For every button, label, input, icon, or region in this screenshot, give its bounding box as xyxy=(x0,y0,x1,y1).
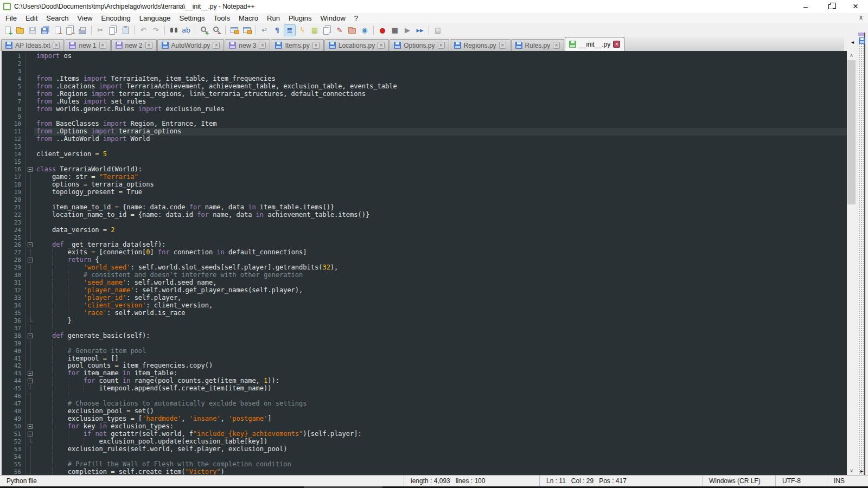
menu-edit[interactable]: Edit xyxy=(21,13,42,23)
tab-close-icon[interactable]: × xyxy=(259,42,266,49)
code-line[interactable]: 12from ..AutoWorld import World xyxy=(2,136,847,143)
code-line[interactable]: 40 # Generate item pool xyxy=(2,348,847,355)
show-all-characters-button[interactable]: ¶ xyxy=(271,24,283,36)
scrollbar-thumb[interactable] xyxy=(847,60,856,204)
start-macro-recording-button[interactable]: ● xyxy=(376,24,388,36)
zoom-in-button[interactable]: + xyxy=(198,24,210,36)
code-line[interactable]: 29 'world_seed': self.world.slot_seeds[s… xyxy=(2,264,847,272)
code-line[interactable]: 41 itempool = [] xyxy=(2,355,847,363)
code-line[interactable]: 52 exclusion_pool.update(exclusion_table… xyxy=(2,438,847,446)
tab-close-icon[interactable]: × xyxy=(312,42,320,49)
tab-close-icon[interactable]: × xyxy=(499,42,506,49)
code-line[interactable]: 3 xyxy=(2,68,847,75)
close-document-button[interactable]: − xyxy=(52,24,63,36)
menu-window[interactable]: Window xyxy=(316,13,350,23)
menu-settings[interactable]: Settings xyxy=(175,13,209,23)
tab-locations-py[interactable]: Locations.py× xyxy=(324,39,389,51)
code-line[interactable]: 34 'client_version': client_version, xyxy=(2,302,847,310)
code-line[interactable]: 15 xyxy=(2,158,847,166)
code-line[interactable]: 44− for count in range(pool_counts.get(i… xyxy=(2,377,847,385)
tab-new-1[interactable]: new 1× xyxy=(65,39,110,51)
print-button[interactable] xyxy=(76,24,88,36)
tab-regions-py[interactable]: Regions.py× xyxy=(450,39,510,51)
code-line[interactable]: 51− if not getattr(self.world, f"include… xyxy=(2,431,847,438)
tab-close-icon[interactable]: × xyxy=(213,42,220,49)
scroll-down-arrow-icon[interactable]: ∨ xyxy=(847,466,856,475)
fold-collapse-icon[interactable]: − xyxy=(28,167,33,172)
replace-button[interactable]: ab xyxy=(180,24,192,36)
code-line[interactable]: 28− return { xyxy=(2,256,847,264)
code-line[interactable]: 8from worlds.generic.Rules import exclus… xyxy=(2,106,847,113)
code-line[interactable]: 38− def generate_basic(self): xyxy=(2,332,847,340)
code-line[interactable]: 19 topology_present = True xyxy=(2,189,847,196)
fold-collapse-icon[interactable]: − xyxy=(28,378,33,383)
code-line[interactable]: 4from .Items import TerrariaItem, item_t… xyxy=(2,75,847,83)
find-button[interactable] xyxy=(168,24,180,36)
fold-collapse-icon[interactable]: − xyxy=(28,424,33,429)
code-line[interactable]: 5from .Locations import TerrariaAchievem… xyxy=(2,83,847,91)
synchronize-horizontal-scrolling-button[interactable] xyxy=(241,24,253,36)
synchronize-vertical-scrolling-button[interactable] xyxy=(228,24,240,36)
code-line[interactable]: 9 xyxy=(2,113,847,121)
code-line[interactable]: 20 xyxy=(2,196,847,204)
code-line[interactable]: 27 exits = [connection[0] for connection… xyxy=(2,249,847,256)
menu-view[interactable]: View xyxy=(73,13,97,23)
menu-encoding[interactable]: Encoding xyxy=(97,13,135,23)
cut-button[interactable]: ✂ xyxy=(94,24,106,36)
code-line[interactable]: 46 xyxy=(2,393,847,400)
document-map-button[interactable]: ▦ xyxy=(309,24,321,36)
code-line[interactable]: 22 location_name_to_id = {name: data.id … xyxy=(2,211,847,219)
code-line[interactable]: 7from .Rules import set_rules xyxy=(2,98,847,106)
vertical-scrollbar[interactable]: ∧ ∨ xyxy=(847,51,856,475)
code-line[interactable]: 33 'player_id': self.player, xyxy=(2,294,847,302)
fold-collapse-icon[interactable]: − xyxy=(28,432,33,436)
code-line[interactable]: 13 xyxy=(2,143,847,151)
tab-options-py[interactable]: Options.py× xyxy=(390,39,449,51)
tab-close-icon[interactable]: × xyxy=(145,42,152,49)
code-line[interactable]: 2 xyxy=(2,60,847,68)
code-line[interactable]: 17 game: str = "Terraria" xyxy=(2,174,847,181)
code-line[interactable]: 49 exclusion_types = ['hardmode', 'insan… xyxy=(2,415,847,423)
word-wrap-button[interactable]: ↵ xyxy=(259,24,271,36)
code-line[interactable]: 31 'seed_name': self.world.seed_name, xyxy=(2,279,847,287)
menu-macro[interactable]: Macro xyxy=(234,13,263,23)
code-line[interactable]: 6from .Regions import terraria_regions, … xyxy=(2,91,847,98)
code-line[interactable]: 10from BaseClasses import Region, Entran… xyxy=(2,120,847,128)
fold-collapse-icon[interactable]: − xyxy=(28,333,33,338)
copy-button[interactable] xyxy=(107,24,119,36)
code-line[interactable]: 42 pool_counts = item_frequencies.copy() xyxy=(2,362,847,370)
code-line[interactable]: 11from .Options import terraria_options xyxy=(2,128,847,136)
tab-scroll-left-icon[interactable]: ◂ xyxy=(851,39,854,45)
code-line[interactable]: 36 } xyxy=(2,317,847,325)
close-all-documents-button[interactable]: − xyxy=(64,24,76,36)
tab-ap-ideas-txt[interactable]: AP Ideas.txt× xyxy=(1,39,64,51)
view-monitor-button[interactable]: ◉ xyxy=(359,24,371,36)
code-line[interactable]: 56 completion = self.create_item("Victor… xyxy=(2,468,847,475)
tab-rules-py[interactable]: Rules.py× xyxy=(511,39,565,51)
fold-collapse-icon[interactable]: − xyxy=(28,242,33,247)
close-button[interactable]: × xyxy=(843,0,868,13)
undo-button[interactable]: ↶ xyxy=(137,24,149,36)
code-line[interactable]: 45 itempool.append(self.create_item(item… xyxy=(2,385,847,393)
document-list-button[interactable] xyxy=(321,24,333,36)
code-line[interactable]: 47 # Choose locations to automatically e… xyxy=(2,400,847,408)
docked-panel-grip[interactable]: ▸ xyxy=(858,33,865,475)
modify-shortcut-macro-button[interactable]: ▤ xyxy=(432,24,444,36)
code-line[interactable]: 26− def _get_terraria_data(self): xyxy=(2,241,847,249)
function-list-button[interactable]: ϟ xyxy=(296,24,308,36)
tab-close-icon[interactable]: × xyxy=(613,41,620,48)
code-line[interactable]: 39 xyxy=(2,340,847,348)
menu-file[interactable]: File xyxy=(1,13,21,23)
code-line[interactable]: 54 xyxy=(2,453,847,461)
code-line[interactable]: 30 # consistent and doesn't interfere wi… xyxy=(2,272,847,279)
code-line[interactable]: 48 exclusion_pool = set() xyxy=(2,408,847,415)
menu-search[interactable]: Search xyxy=(42,13,73,23)
redo-button[interactable]: ↷ xyxy=(150,24,162,36)
tab-new-2[interactable]: new 2× xyxy=(111,39,157,51)
code-line[interactable]: 43− for item_name in item_table: xyxy=(2,370,847,377)
tab--init-py[interactable]: __init__.py× xyxy=(565,37,624,51)
menubar-close-icon[interactable]: x xyxy=(859,14,863,21)
run-macro-multiple-times-button[interactable]: ▸▸ xyxy=(414,24,426,36)
tab-close-icon[interactable]: × xyxy=(53,42,60,49)
tab-close-icon[interactable]: × xyxy=(378,42,385,49)
